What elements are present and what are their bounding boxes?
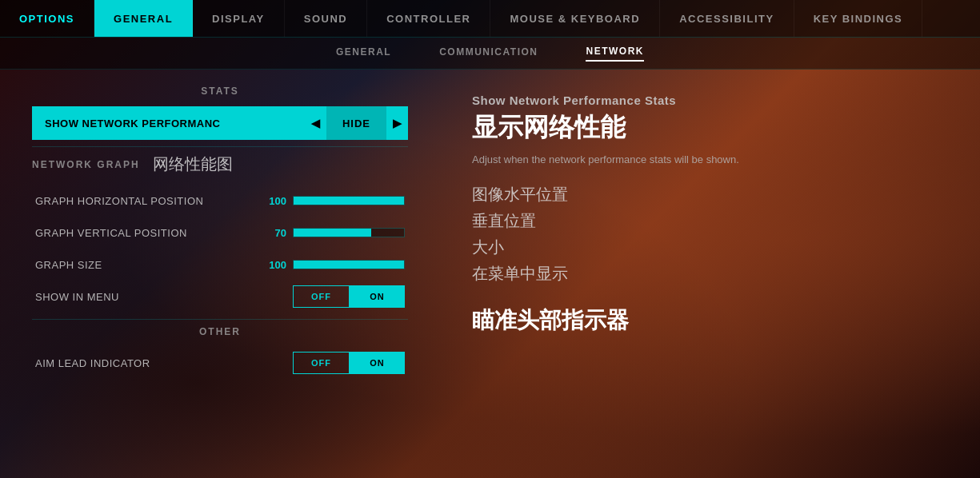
show-in-menu-cn: 在菜单中显示 — [472, 263, 948, 285]
graph-horizontal-value: 100 — [254, 195, 286, 207]
graph-vertical-slider[interactable] — [293, 228, 405, 237]
top-nav: OPTIONS GENERAL DISPLAY SOUND CONTROLLER… — [0, 0, 980, 38]
tooltip-title-en: Show Network Performance Stats — [472, 94, 948, 107]
aim-lead-off[interactable]: OFF — [293, 352, 350, 374]
graph-vertical-value: 70 — [254, 227, 286, 239]
divider-1 — [32, 146, 408, 147]
aim-lead-on[interactable]: ON — [350, 352, 405, 374]
graph-vertical-label: Graph Vertical Position — [35, 227, 254, 239]
stats-header: STATS — [32, 86, 408, 97]
aim-lead-label: Aim Lead Indicator — [35, 357, 293, 369]
tooltip-extra: 图像水平位置 垂直位置 大小 在菜单中显示 — [472, 184, 948, 289]
network-graph-header-cn: 网络性能图 — [153, 153, 233, 175]
graph-vertical-row: Graph Vertical Position 70 — [32, 217, 408, 249]
graph-size-label: Graph Size — [35, 259, 254, 271]
graph-size-cn: 大小 — [472, 237, 948, 258]
graph-horizontal-slider[interactable] — [293, 196, 405, 205]
left-panel: STATS Show Network Performanc ◀ HIDE ▶ N… — [0, 70, 440, 478]
arrow-right-icon[interactable]: ▶ — [386, 117, 408, 129]
divider-2 — [32, 319, 408, 320]
nav-general[interactable]: GENERAL — [94, 0, 193, 37]
graph-horizontal-row: Graph Horizontal Position 100 — [32, 185, 408, 217]
nav-mouse-keyboard[interactable]: MOUSE & KEYBOARD — [490, 0, 660, 37]
sub-nav-network[interactable]: NETWORK — [586, 46, 644, 62]
graph-horiz-cn: 图像水平位置 — [472, 184, 948, 205]
show-network-perf-value: HIDE — [326, 106, 386, 140]
show-network-perf-label: Show Network Performanc — [32, 118, 305, 129]
show-in-menu-row: Show in Menu OFF ON — [32, 281, 408, 313]
tooltip-title-cn: 显示网络性能 — [472, 110, 948, 145]
arrow-left-icon[interactable]: ◀ — [305, 117, 326, 129]
aim-lead-cn: 瞄准头部指示器 — [472, 305, 948, 336]
show-network-perf-row[interactable]: Show Network Performanc ◀ HIDE ▶ — [32, 106, 408, 140]
show-in-menu-on[interactable]: ON — [350, 285, 405, 308]
graph-vert-cn: 垂直位置 — [472, 210, 948, 232]
aim-lead-toggle[interactable]: OFF ON — [293, 352, 405, 374]
nav-options[interactable]: OPTIONS — [0, 0, 94, 37]
graph-size-slider[interactable] — [293, 260, 405, 269]
nav-accessibility[interactable]: ACCESSIBILITY — [660, 0, 794, 37]
graph-size-row: Graph Size 100 — [32, 249, 408, 281]
aim-lead-cn-section: 瞄准头部指示器 — [472, 305, 948, 336]
show-in-menu-label: Show in Menu — [35, 291, 293, 303]
other-header: OTHER — [32, 326, 408, 337]
nav-controller[interactable]: CONTROLLER — [367, 0, 490, 37]
main-content: STATS Show Network Performanc ◀ HIDE ▶ N… — [0, 70, 980, 478]
sub-nav-communication[interactable]: COMMUNICATION — [439, 46, 538, 61]
secondary-nav: GENERAL COMMUNICATION NETWORK — [0, 38, 980, 70]
tooltip-desc: Adjust when the network performance stat… — [472, 152, 808, 168]
graph-size-fill — [294, 261, 404, 269]
graph-horizontal-label: Graph Horizontal Position — [35, 195, 254, 207]
nav-display[interactable]: DISPLAY — [193, 0, 285, 37]
nav-sound[interactable]: SOUND — [285, 0, 367, 37]
graph-horizontal-fill — [294, 197, 404, 205]
nav-key-bindings[interactable]: KEY BINDINGS — [794, 0, 923, 37]
network-graph-header: NETWORK GRAPH — [32, 159, 140, 170]
aim-lead-row: Aim Lead Indicator OFF ON — [32, 347, 408, 379]
graph-size-value: 100 — [254, 259, 286, 271]
sub-nav-general[interactable]: GENERAL — [336, 46, 391, 61]
show-in-menu-off[interactable]: OFF — [293, 285, 350, 308]
graph-vertical-fill — [294, 229, 371, 237]
right-panel: Show Network Performance Stats 显示网络性能 Ad… — [440, 70, 980, 478]
show-in-menu-toggle[interactable]: OFF ON — [293, 285, 405, 308]
